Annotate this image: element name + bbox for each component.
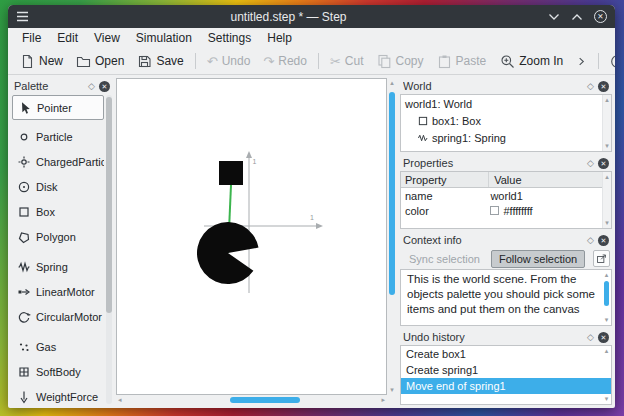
- follow-selection-button[interactable]: Follow selection: [491, 250, 585, 268]
- scroll-left-icon[interactable]: ◂: [118, 396, 122, 404]
- menu-simulation[interactable]: Simulation: [128, 29, 200, 47]
- open-button-label: Open: [95, 54, 124, 68]
- properties-table: Property Value name world1 color #ffffff…: [400, 171, 612, 229]
- close-panel-button[interactable]: ✕: [598, 332, 609, 343]
- save-button-label: Save: [156, 54, 183, 68]
- sync-selection-button[interactable]: Sync selection: [402, 251, 487, 267]
- scroll-up-icon[interactable]: ▴: [605, 347, 609, 355]
- scrollbar-thumb[interactable]: [604, 281, 609, 306]
- color-swatch: [490, 206, 499, 215]
- gas-icon: [17, 340, 31, 354]
- menu-file[interactable]: File: [14, 29, 49, 47]
- simulate-button[interactable]: Simulate: [604, 51, 615, 72]
- scroll-up-icon[interactable]: ▴: [605, 173, 609, 181]
- scroll-down-icon[interactable]: ▾: [605, 395, 609, 403]
- tree-item-world1[interactable]: world1: World: [401, 95, 611, 112]
- hamburger-menu-icon[interactable]: [16, 11, 29, 22]
- scene-canvas[interactable]: 1 1: [116, 78, 387, 395]
- scroll-up-icon[interactable]: ▴: [605, 271, 609, 279]
- open-button[interactable]: Open: [70, 51, 130, 72]
- float-panel-icon[interactable]: ◇: [587, 332, 594, 342]
- properties-table-header[interactable]: Property Value: [401, 172, 611, 188]
- scrollbar-thumb[interactable]: [230, 397, 300, 403]
- tree-item-box1[interactable]: box1: Box: [401, 112, 611, 129]
- properties-scrollbar[interactable]: ▴ ▾: [602, 172, 611, 228]
- disk-icon: [17, 180, 31, 194]
- palette-item-chargedparticle[interactable]: ChargedParticle: [12, 149, 104, 174]
- new-button[interactable]: New: [14, 51, 69, 72]
- save-button[interactable]: Save: [131, 51, 189, 72]
- palette-item-linearmotor[interactable]: LinearMotor: [12, 279, 104, 304]
- scroll-down-icon[interactable]: ▾: [605, 219, 609, 227]
- close-panel-button[interactable]: ✕: [598, 235, 609, 246]
- canvas-horizontal-scrollbar[interactable]: ◂ ▸: [116, 395, 387, 405]
- palette-item-spring[interactable]: Spring: [12, 254, 104, 279]
- menu-settings[interactable]: Settings: [200, 29, 259, 47]
- palette-item-pointer[interactable]: Pointer: [12, 95, 104, 120]
- undo-scrollbar[interactable]: ▴ ▾: [602, 346, 611, 404]
- menu-edit[interactable]: Edit: [49, 29, 86, 47]
- close-panel-button[interactable]: ✕: [598, 81, 609, 92]
- menu-help[interactable]: Help: [259, 29, 300, 47]
- palette-item-polygon[interactable]: Polygon: [12, 224, 104, 249]
- scroll-up-icon[interactable]: ▴: [605, 96, 609, 104]
- paste-button[interactable]: Paste: [431, 51, 493, 72]
- window-title: untitled.step * — Step: [29, 10, 548, 24]
- palette-item-label: Box: [36, 206, 55, 218]
- app-window: untitled.step * — Step ✕ File Edit View …: [8, 5, 615, 408]
- context-scrollbar[interactable]: ▴ ▾: [602, 270, 611, 325]
- tree-item-label: spring1: Spring: [432, 132, 506, 144]
- property-row-name[interactable]: name world1: [401, 188, 611, 203]
- world-scrollbar[interactable]: ▴ ▾: [602, 95, 611, 151]
- close-panel-button[interactable]: ✕: [99, 81, 110, 92]
- zoom-in-magnifier-icon: [500, 54, 515, 69]
- palette-item-gas[interactable]: Gas: [12, 334, 104, 359]
- undo-item-create-spring1[interactable]: Create spring1: [401, 362, 611, 378]
- undo-button[interactable]: ↶ Undo: [201, 51, 257, 71]
- float-panel-icon[interactable]: ◇: [587, 235, 594, 245]
- scroll-down-icon[interactable]: ▾: [605, 316, 609, 324]
- undo-item-move-end-of-spring1[interactable]: Move end of spring1: [401, 378, 611, 394]
- canvas-vertical-scrollbar[interactable]: ▴ ▾: [387, 78, 397, 395]
- palette-item-label: WeightForce: [36, 391, 98, 403]
- close-button[interactable]: ✕: [594, 10, 607, 23]
- column-header-property[interactable]: Property: [401, 172, 489, 187]
- scroll-down-icon[interactable]: ▾: [605, 142, 609, 150]
- particle-icon: [17, 130, 31, 144]
- scrollbar-thumb[interactable]: [389, 92, 395, 295]
- float-panel-icon[interactable]: ◇: [587, 81, 594, 91]
- toolbar-overflow-button[interactable]: [570, 53, 593, 70]
- context-info-header: Context info ◇ ✕: [400, 232, 612, 248]
- palette-item-softbody[interactable]: SoftBody: [12, 359, 104, 384]
- property-row-color[interactable]: color #ffffffff: [401, 203, 611, 218]
- world-panel-title: World: [403, 80, 583, 92]
- titlebar[interactable]: untitled.step * — Step ✕: [8, 5, 615, 28]
- column-header-value[interactable]: Value: [489, 174, 611, 186]
- property-name: color: [401, 205, 485, 217]
- redo-button[interactable]: ↷ Redo: [257, 51, 313, 71]
- detach-context-button[interactable]: [593, 250, 610, 267]
- copy-button[interactable]: Copy: [371, 51, 430, 72]
- scrollbar-thumb[interactable]: [106, 97, 112, 313]
- float-panel-icon[interactable]: ◇: [88, 81, 95, 91]
- palette-item-disk[interactable]: Disk: [12, 174, 104, 199]
- palette-item-circularmotor[interactable]: CircularMotor: [12, 304, 104, 329]
- zoom-in-button[interactable]: Zoom In: [494, 51, 569, 72]
- undo-history-header: Undo history ◇ ✕: [400, 329, 612, 345]
- palette-item-box[interactable]: Box: [12, 199, 104, 224]
- close-panel-button[interactable]: ✕: [598, 158, 609, 169]
- minimize-button[interactable]: [548, 13, 560, 21]
- menu-view[interactable]: View: [86, 29, 128, 47]
- float-panel-icon[interactable]: ◇: [587, 158, 594, 168]
- scroll-down-icon[interactable]: ▾: [390, 386, 394, 394]
- palette-scrollbar[interactable]: [106, 95, 112, 404]
- undo-item-create-box1[interactable]: Create box1: [401, 346, 611, 362]
- tree-item-spring1[interactable]: spring1: Spring: [401, 129, 611, 146]
- cut-button[interactable]: ✂ Cut: [324, 51, 370, 71]
- box1-shape[interactable]: [219, 161, 243, 185]
- scroll-up-icon[interactable]: ▴: [390, 79, 394, 87]
- palette-item-particle[interactable]: Particle: [12, 124, 104, 149]
- maximize-button[interactable]: [571, 13, 583, 21]
- scroll-right-icon[interactable]: ▸: [381, 396, 385, 404]
- palette-item-weightforce[interactable]: WeightForce: [12, 384, 104, 405]
